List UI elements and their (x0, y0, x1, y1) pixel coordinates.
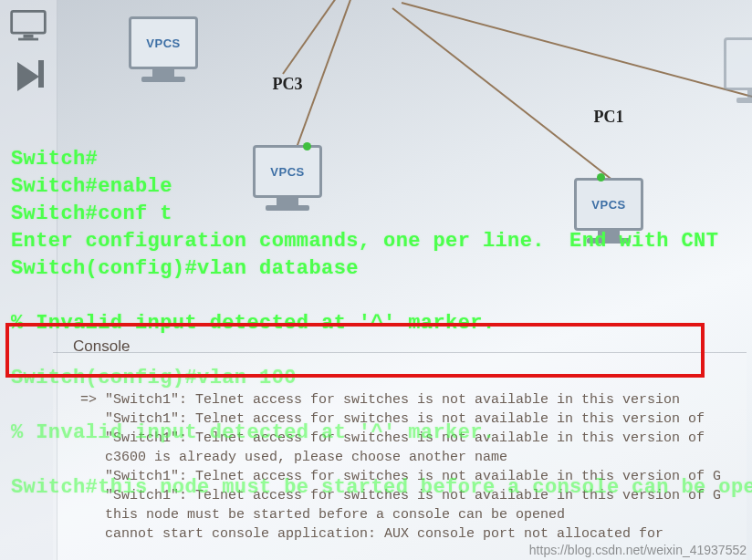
svg-rect-1 (24, 35, 34, 38)
device-vpcs[interactable]: VPCS (124, 16, 203, 82)
svg-rect-0 (12, 11, 46, 33)
watermark: https://blog.csdn.net/weixin_41937552 (529, 543, 747, 557)
link-line (402, 2, 752, 98)
workspace: VPCS PC3 VPCS PC1 VPCS PC2 Console => "S… (0, 0, 752, 560)
link-line (282, 0, 420, 75)
device-tag: PC3 (248, 75, 327, 94)
svg-rect-2 (18, 38, 38, 41)
device-tag: PC1 (569, 108, 648, 127)
monitor-icon[interactable] (8, 7, 48, 42)
error-highlight-box (5, 323, 705, 378)
device-label: VPCS (146, 36, 180, 50)
device-pc2[interactable]: PC2 (719, 38, 752, 103)
play-pause-icon[interactable] (0, 62, 57, 100)
